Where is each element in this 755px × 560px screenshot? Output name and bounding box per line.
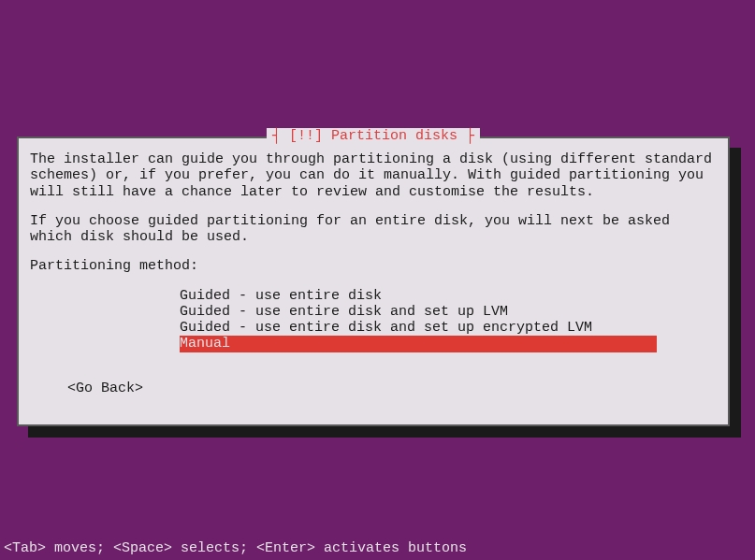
partition-dialog: ┤ [!!] Partition disks ├ The installer c… — [17, 136, 730, 426]
go-back-button[interactable]: <Go Back> — [67, 381, 717, 396]
prompt-label: Partitioning method: — [30, 258, 717, 274]
dialog-title: ┤ [!!] Partition disks ├ — [267, 128, 480, 144]
option-guided-entire-disk[interactable]: Guided - use entire disk — [180, 288, 717, 304]
title-deco-left: ┤ — [272, 128, 289, 144]
title-deco-right: ├ — [457, 128, 474, 144]
title-priority: [!!] — [289, 128, 323, 144]
title-text: Partition disks — [323, 128, 457, 144]
partition-options-list: Guided - use entire disk Guided - use en… — [180, 288, 717, 352]
option-guided-lvm[interactable]: Guided - use entire disk and set up LVM — [180, 304, 717, 320]
option-guided-encrypted-lvm[interactable]: Guided - use entire disk and set up encr… — [180, 320, 717, 336]
dialog-content: The installer can guide you through part… — [19, 138, 728, 409]
intro-paragraph-1: The installer can guide you through part… — [30, 151, 717, 200]
intro-paragraph-2: If you choose guided partitioning for an… — [30, 213, 717, 246]
option-manual[interactable]: Manual — [180, 336, 657, 352]
keyboard-hint: <Tab> moves; <Space> selects; <Enter> ac… — [4, 540, 467, 556]
